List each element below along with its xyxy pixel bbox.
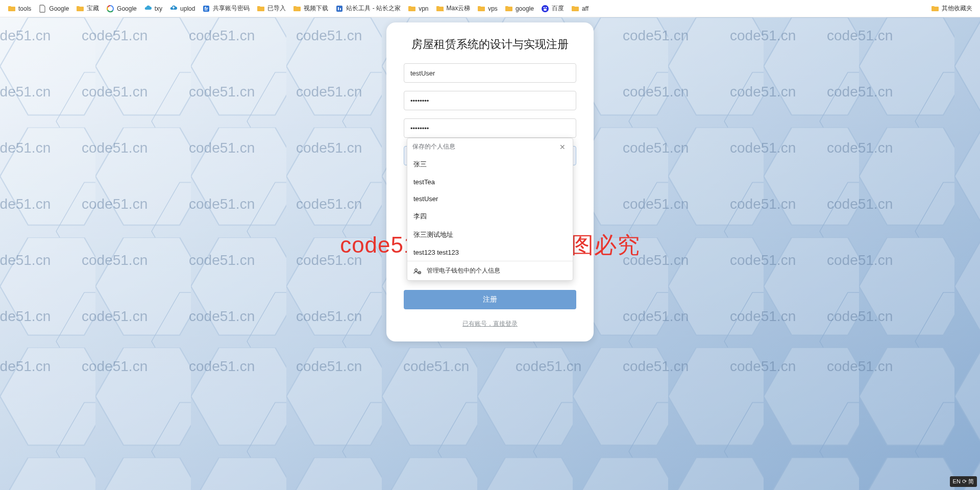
- confirm-password-input[interactable]: [404, 118, 576, 138]
- bookmark-uplod[interactable]: uplod: [166, 3, 199, 15]
- bookmark-label: uplod: [180, 5, 195, 12]
- login-link[interactable]: 已有账号，直接登录: [404, 320, 576, 328]
- folder-icon: [408, 5, 416, 13]
- bookmark-video[interactable]: 视频下载: [289, 2, 332, 15]
- bookmark-label: tools: [18, 5, 31, 12]
- folder-icon: [505, 5, 513, 13]
- bookmark-label: vpn: [419, 5, 428, 12]
- autocomplete-item[interactable]: 李四: [407, 207, 573, 226]
- autocomplete-footer-label: 管理电子钱包中的个人信息: [427, 266, 500, 275]
- bookmark-imported[interactable]: 已导入: [253, 2, 289, 15]
- bookmark-google-folder[interactable]: google: [501, 3, 537, 15]
- baidu-icon: [541, 5, 549, 13]
- bookmark-treasure[interactable]: 宝藏: [72, 2, 103, 15]
- bookmark-google-page[interactable]: Google: [35, 3, 72, 15]
- svg-point-7: [544, 7, 545, 8]
- register-title: 房屋租赁系统的设计与实现注册: [404, 37, 576, 52]
- svg-rect-5: [340, 8, 341, 10]
- close-icon[interactable]: ✕: [557, 143, 568, 151]
- autocomplete-manage[interactable]: 管理电子钱包中的个人信息: [407, 261, 573, 280]
- bookmark-aff[interactable]: aff: [568, 3, 592, 15]
- share-icon: fr: [202, 5, 210, 13]
- bookmark-label: txy: [155, 5, 162, 12]
- wallet-icon: [413, 267, 422, 275]
- bookmark-other[interactable]: 其他收藏夹: [927, 2, 976, 15]
- svg-point-9: [544, 9, 547, 11]
- ime-indicator[interactable]: EN ⟳ 简: [950, 476, 977, 487]
- svg-rect-3: [336, 6, 342, 12]
- bookmark-label: aff: [582, 5, 589, 12]
- folder-icon: [436, 5, 444, 13]
- cloud-icon: [169, 5, 178, 13]
- bookmark-label: Max云梯: [447, 4, 471, 13]
- autocomplete-item[interactable]: testTea: [407, 174, 573, 190]
- folder-icon: [76, 5, 84, 13]
- bookmark-label: 其他收藏夹: [942, 4, 972, 13]
- svg-text:fr: fr: [205, 6, 208, 12]
- autocomplete-item[interactable]: test123 test123: [407, 244, 573, 261]
- autocomplete-item[interactable]: 张三: [407, 155, 573, 174]
- bookmark-label: 共享账号密码: [213, 4, 250, 13]
- svg-rect-4: [338, 7, 339, 10]
- bookmarks-bar: tools Google 宝藏 Google txy uplod fr共享账号密…: [0, 0, 980, 17]
- bookmark-label: 站长工具 - 站长之家: [346, 4, 401, 13]
- bookmark-label: vps: [488, 5, 498, 12]
- folder-icon: [8, 5, 16, 13]
- cloud-icon: [144, 5, 152, 13]
- bookmark-txy[interactable]: txy: [140, 3, 166, 15]
- autocomplete-list[interactable]: 张三 testTea testUser 李四 张三测试地址 test123 te…: [407, 155, 573, 261]
- folder-icon: [571, 5, 579, 13]
- bookmark-vps[interactable]: vps: [474, 3, 501, 15]
- svg-point-8: [546, 7, 547, 8]
- bookmark-label: Google: [117, 5, 137, 12]
- password-input[interactable]: [404, 91, 576, 110]
- google-icon: [106, 5, 114, 13]
- bookmark-label: 视频下载: [304, 4, 328, 13]
- autocomplete-item[interactable]: 张三测试地址: [407, 226, 573, 244]
- bookmark-vpn[interactable]: vpn: [404, 3, 432, 15]
- autocomplete-header: 保存的个人信息: [412, 142, 455, 151]
- autocomplete-panel: 保存的个人信息 ✕ 张三 testTea testUser 李四 张三测试地址 …: [407, 138, 573, 281]
- bookmark-label: google: [516, 5, 534, 12]
- folder-icon: [931, 5, 939, 13]
- bookmark-label: 宝藏: [87, 4, 99, 13]
- username-input[interactable]: [404, 63, 576, 83]
- folder-icon: [293, 5, 301, 13]
- register-button[interactable]: 注册: [404, 290, 576, 309]
- bookmark-label: 已导入: [267, 4, 286, 13]
- bookmark-max[interactable]: Max云梯: [432, 2, 474, 15]
- bookmark-baidu[interactable]: 百度: [537, 2, 568, 15]
- svg-point-14: [415, 268, 418, 271]
- bookmark-google[interactable]: Google: [103, 3, 140, 15]
- page-icon: [38, 5, 46, 13]
- bookmark-share[interactable]: fr共享账号密码: [199, 2, 253, 15]
- tool-icon: [335, 5, 344, 13]
- autocomplete-item[interactable]: testUser: [407, 190, 573, 207]
- bookmark-tools[interactable]: tools: [4, 3, 35, 15]
- folder-icon: [477, 5, 485, 13]
- bookmark-label: Google: [49, 5, 69, 12]
- bookmark-label: 百度: [552, 4, 564, 13]
- bookmark-webmaster[interactable]: 站长工具 - 站长之家: [332, 2, 404, 15]
- folder-icon: [257, 5, 265, 13]
